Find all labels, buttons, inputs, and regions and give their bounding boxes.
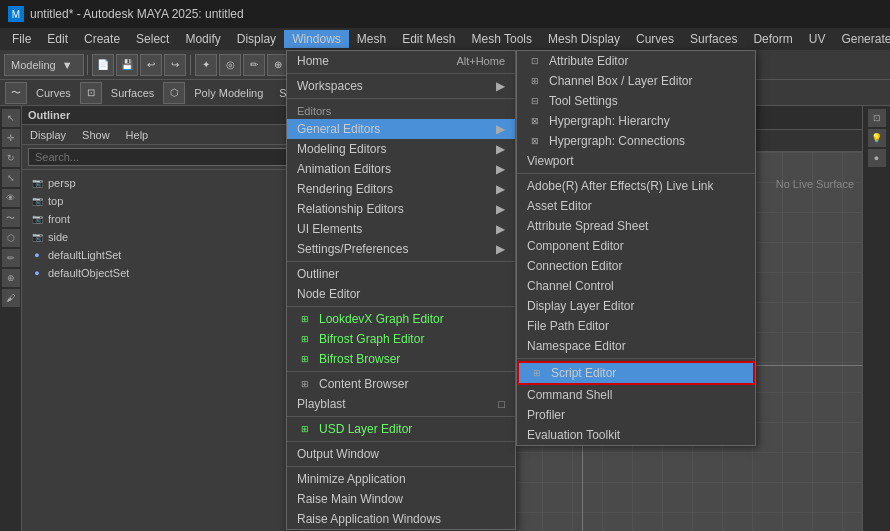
menu-content-browser[interactable]: ⊞ Content Browser — [287, 374, 515, 394]
menu-attribute-editor[interactable]: ⊡ Attribute Editor — [517, 51, 755, 71]
outliner-display-menu[interactable]: Display — [22, 127, 74, 143]
tool-poly[interactable]: ⬡ — [2, 229, 20, 247]
menu-evaluation-toolkit[interactable]: Evaluation Toolkit — [517, 425, 755, 445]
menu-bifrost-browser[interactable]: ⊞ Bifrost Browser — [287, 349, 515, 369]
tool-sculpt[interactable]: ✏ — [2, 249, 20, 267]
menu-profiler[interactable]: Profiler — [517, 405, 755, 425]
tool-paint[interactable]: 🖌 — [2, 289, 20, 307]
menu-mesh[interactable]: Mesh — [349, 30, 394, 48]
menu-animation-editors[interactable]: Animation Editors ▶ — [287, 159, 515, 179]
tool-scale[interactable]: ⤡ — [2, 169, 20, 187]
menu-hypergraph-connections[interactable]: ⊠ Hypergraph: Connections — [517, 131, 755, 151]
menu-rendering-editors[interactable]: Rendering Editors ▶ — [287, 179, 515, 199]
tool-curve[interactable]: 〜 — [2, 209, 20, 227]
bifrost-browser-label: Bifrost Browser — [319, 352, 400, 366]
windows-dropdown-menu[interactable]: Home Alt+Home Workspaces ▶ Editors Gener… — [286, 50, 516, 530]
menu-namespace-editor[interactable]: Namespace Editor — [517, 336, 755, 356]
menu-generate[interactable]: Generate — [833, 30, 890, 48]
arrow-icon: ▶ — [496, 142, 505, 156]
shelf-curves[interactable]: 〜 — [5, 82, 27, 104]
tool-snap[interactable]: ⊕ — [2, 269, 20, 287]
menu-playblast[interactable]: Playblast □ — [287, 394, 515, 414]
menu-mesh-display[interactable]: Mesh Display — [540, 30, 628, 48]
menu-select[interactable]: Select — [128, 30, 177, 48]
menu-raise-app[interactable]: Raise Application Windows — [287, 509, 515, 529]
tool-move[interactable]: ✛ — [2, 129, 20, 147]
menu-windows[interactable]: Windows — [284, 30, 349, 48]
outliner-show-menu[interactable]: Show — [74, 127, 118, 143]
toolbar-select[interactable]: ✦ — [195, 54, 217, 76]
menu-hypergraph-hierarchy[interactable]: ⊠ Hypergraph: Hierarchy — [517, 111, 755, 131]
menu-attribute-spread-sheet[interactable]: Attribute Spread Sheet — [517, 216, 755, 236]
toolbar-paint[interactable]: ✏ — [243, 54, 265, 76]
menu-edit-mesh[interactable]: Edit Mesh — [394, 30, 463, 48]
menu-create[interactable]: Create — [76, 30, 128, 48]
toolbar-lasso[interactable]: ◎ — [219, 54, 241, 76]
menu-curves[interactable]: Curves — [628, 30, 682, 48]
toolbar-new[interactable]: 📄 — [92, 54, 114, 76]
menu-modify[interactable]: Modify — [177, 30, 228, 48]
menu-tool-settings[interactable]: ⊟ Tool Settings — [517, 91, 755, 111]
script-editor-icon: ⊞ — [529, 366, 545, 380]
general-editors-submenu[interactable]: ⊡ Attribute Editor ⊞ Channel Box / Layer… — [516, 50, 756, 446]
menu-modeling-editors[interactable]: Modeling Editors ▶ — [287, 139, 515, 159]
menu-channel-control[interactable]: Channel Control — [517, 276, 755, 296]
menu-raise-main[interactable]: Raise Main Window — [287, 489, 515, 509]
menu-surfaces[interactable]: Surfaces — [682, 30, 745, 48]
menu-general-editors[interactable]: General Editors ▶ — [287, 119, 515, 139]
menu-bifrost-graph[interactable]: ⊞ Bifrost Graph Editor — [287, 329, 515, 349]
toolbar-redo[interactable]: ↪ — [164, 54, 186, 76]
menu-relationship-editors[interactable]: Relationship Editors ▶ — [287, 199, 515, 219]
toolbar-undo[interactable]: ↩ — [140, 54, 162, 76]
list-item[interactable]: ● defaultObjectSet — [22, 264, 301, 282]
menu-usd-layer-editor[interactable]: ⊞ USD Layer Editor — [287, 419, 515, 439]
camera-icon: 📷 — [30, 194, 44, 208]
menu-script-editor[interactable]: ⊞ Script Editor — [517, 361, 755, 385]
list-item[interactable]: 📷 top — [22, 192, 301, 210]
menu-file[interactable]: File — [4, 30, 39, 48]
rp-icon-2[interactable]: 💡 — [868, 129, 886, 147]
menu-outliner[interactable]: Outliner — [287, 264, 515, 284]
menu-display[interactable]: Display — [229, 30, 284, 48]
menu-display-layer-editor[interactable]: Display Layer Editor — [517, 296, 755, 316]
search-input[interactable] — [28, 148, 295, 166]
tool-select[interactable]: ↖ — [2, 109, 20, 127]
menu-command-shell[interactable]: Command Shell — [517, 385, 755, 405]
menu-after-effects[interactable]: Adobe(R) After Effects(R) Live Link — [517, 176, 755, 196]
menu-viewport[interactable]: Viewport — [517, 151, 755, 171]
menu-mesh-tools[interactable]: Mesh Tools — [464, 30, 540, 48]
menu-minimize[interactable]: Minimize Application — [287, 469, 515, 489]
rp-icon-1[interactable]: ⊡ — [868, 109, 886, 127]
menu-connection-editor[interactable]: Connection Editor — [517, 256, 755, 276]
tool-rotate[interactable]: ↻ — [2, 149, 20, 167]
menu-deform[interactable]: Deform — [745, 30, 800, 48]
menu-asset-editor[interactable]: Asset Editor — [517, 196, 755, 216]
menu-component-editor[interactable]: Component Editor — [517, 236, 755, 256]
shelf-polymodel[interactable]: ⬡ — [163, 82, 185, 104]
menu-settings-preferences[interactable]: Settings/Preferences ▶ — [287, 239, 515, 259]
separator — [287, 306, 515, 307]
outliner-label: Outliner — [297, 267, 339, 281]
rp-icon-3[interactable]: ● — [868, 149, 886, 167]
list-item[interactable]: 📷 side — [22, 228, 301, 246]
list-item[interactable]: ● defaultLightSet — [22, 246, 301, 264]
menu-home[interactable]: Home Alt+Home — [287, 51, 515, 71]
toolbar-save[interactable]: 💾 — [116, 54, 138, 76]
tool-show[interactable]: 👁 — [2, 189, 20, 207]
list-item[interactable]: 📷 persp — [22, 174, 301, 192]
menu-lookdevx[interactable]: ⊞ LookdevX Graph Editor — [287, 309, 515, 329]
menu-edit[interactable]: Edit — [39, 30, 76, 48]
mode-dropdown[interactable]: Modeling ▼ — [4, 54, 84, 76]
rendering-editors-label: Rendering Editors — [297, 182, 393, 196]
menu-node-editor[interactable]: Node Editor — [287, 284, 515, 304]
outliner-search[interactable] — [22, 145, 301, 170]
shelf-surfaces[interactable]: ⊡ — [80, 82, 102, 104]
list-item[interactable]: 📷 front — [22, 210, 301, 228]
menu-workspaces[interactable]: Workspaces ▶ — [287, 76, 515, 96]
menu-uv[interactable]: UV — [801, 30, 834, 48]
menu-output-window[interactable]: Output Window — [287, 444, 515, 464]
menu-ui-elements[interactable]: UI Elements ▶ — [287, 219, 515, 239]
menu-file-path-editor[interactable]: File Path Editor — [517, 316, 755, 336]
outliner-help-menu[interactable]: Help — [118, 127, 157, 143]
menu-channel-box[interactable]: ⊞ Channel Box / Layer Editor — [517, 71, 755, 91]
